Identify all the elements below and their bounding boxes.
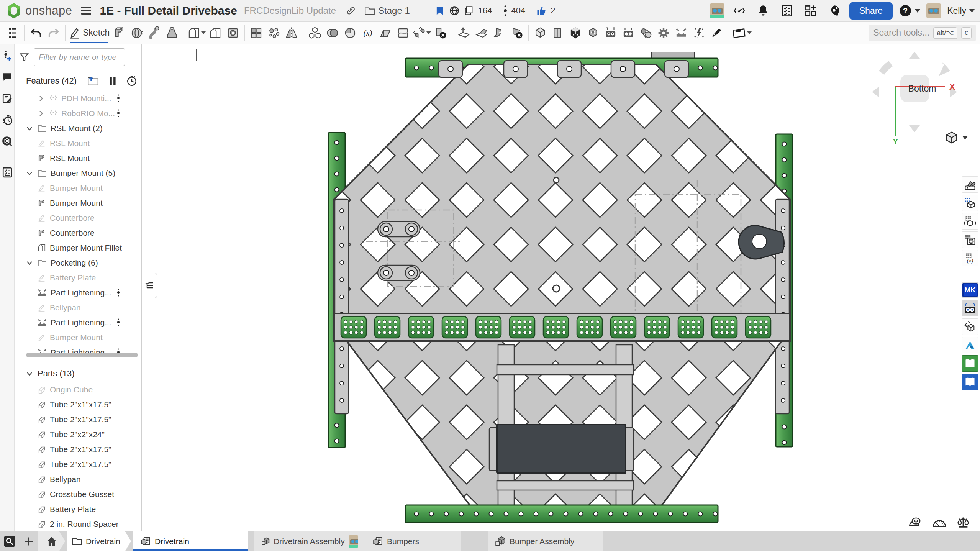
- rollback-clock-icon[interactable]: [126, 75, 137, 86]
- feature-row[interactable]: Counterbore: [15, 210, 142, 225]
- appearance-icon[interactable]: [962, 176, 978, 193]
- washer-table-icon[interactable]: [962, 231, 978, 248]
- robot-app-icon[interactable]: [962, 300, 978, 316]
- bottom-rail-tube[interactable]: [405, 505, 718, 523]
- new-folder-icon[interactable]: [87, 76, 99, 86]
- config-dots-icon[interactable]: [116, 318, 120, 327]
- parts-header[interactable]: Parts (13): [15, 367, 142, 380]
- green-docs-icon[interactable]: [962, 355, 978, 372]
- version-dots-icon[interactable]: [503, 5, 508, 16]
- protractor-icon[interactable]: [932, 516, 946, 528]
- find-tab-icon[interactable]: [0, 531, 19, 551]
- marker-icon[interactable]: [708, 24, 725, 42]
- tube-mount-icon[interactable]: [672, 24, 690, 42]
- top-gusset[interactable]: [439, 61, 462, 77]
- model-viewport[interactable]: X Y Bottom (x) MK: [142, 44, 980, 531]
- feature-row[interactable]: Bumper Mount: [15, 195, 142, 210]
- composite-part-icon[interactable]: [306, 24, 324, 42]
- feature-row[interactable]: RoboRIO Mo...: [15, 106, 142, 121]
- features-scrollbar[interactable]: [26, 353, 138, 357]
- feature-row[interactable]: RSL Mount: [15, 151, 142, 166]
- chevron-right-icon[interactable]: [38, 95, 44, 102]
- robot-feature-2-icon[interactable]: [619, 24, 637, 42]
- mirror-icon[interactable]: [283, 24, 300, 42]
- document-notes-icon[interactable]: [1, 92, 13, 105]
- feature-row[interactable]: Bellypan: [15, 300, 142, 315]
- sweep-icon[interactable]: [146, 24, 163, 42]
- part-row[interactable]: Tube 2"x1"x17.5": [15, 412, 142, 427]
- tasks-checklist-icon[interactable]: [778, 2, 796, 20]
- suppressed-dots-icon[interactable]: [116, 109, 120, 118]
- new-tab-button[interactable]: [19, 531, 38, 551]
- part-row[interactable]: Bellypan: [15, 472, 142, 487]
- feature-row[interactable]: RSL Mount: [15, 136, 142, 151]
- split-icon[interactable]: [394, 24, 412, 42]
- user-avatar[interactable]: [926, 3, 941, 18]
- crosstube-band[interactable]: [334, 313, 790, 341]
- breadcrumb-tab-drivetrain[interactable]: Drivetrain: [67, 531, 131, 551]
- feature-row[interactable]: PDH Mounti...: [15, 91, 142, 106]
- tab-drivetrain-assembly[interactable]: Drivetrain Assembly: [254, 531, 365, 551]
- feature-row[interactable]: Counterbore: [15, 225, 142, 240]
- filter-input[interactable]: [34, 48, 125, 66]
- top-gusset[interactable]: [557, 61, 581, 77]
- insert-version-icon[interactable]: [1, 49, 13, 62]
- primitive-cube-icon[interactable]: [531, 24, 549, 42]
- view-options-button[interactable]: [945, 131, 968, 144]
- feature-row[interactable]: Part Lightening...: [15, 285, 142, 300]
- delete-part-icon[interactable]: [432, 24, 449, 42]
- nametag-button[interactable]: [731, 24, 752, 42]
- sheet-metal-corner-icon[interactable]: [508, 24, 526, 42]
- view-cube[interactable]: X Y Bottom: [867, 49, 962, 145]
- config-dots-icon[interactable]: [116, 288, 120, 297]
- filter-icon[interactable]: [19, 52, 29, 62]
- collaborator-avatar[interactable]: [710, 3, 724, 18]
- export-cube-icon[interactable]: [962, 318, 978, 335]
- top-gusset[interactable]: [504, 61, 528, 77]
- featurescript-icon[interactable]: [731, 2, 748, 20]
- bookmark-icon[interactable]: [434, 5, 445, 16]
- folder-row[interactable]: RSL Mount (2): [15, 121, 142, 136]
- battery[interactable]: [489, 425, 634, 473]
- alt-app-icon[interactable]: [962, 337, 978, 353]
- blue-docs-icon[interactable]: [962, 374, 978, 390]
- top-gusset[interactable]: [611, 61, 635, 77]
- variables-table-icon[interactable]: (x): [962, 250, 978, 266]
- chevron-down-icon[interactable]: [26, 370, 33, 377]
- part-row[interactable]: 2 in. Round Spacer: [15, 517, 142, 531]
- transform-button[interactable]: [412, 24, 432, 42]
- linear-pattern-icon[interactable]: [247, 24, 265, 42]
- plane-icon[interactable]: [377, 24, 394, 42]
- center-hole[interactable]: [554, 177, 559, 183]
- help-menu[interactable]: ?: [899, 4, 920, 17]
- copies-icon[interactable]: [464, 5, 474, 16]
- section-icon[interactable]: [341, 24, 359, 42]
- loft-icon[interactable]: [163, 24, 181, 42]
- fillet-button[interactable]: [187, 24, 206, 42]
- workspace-chip[interactable]: Stage 1: [346, 5, 410, 16]
- left-flange[interactable]: [335, 199, 349, 414]
- tab-bumper-assembly[interactable]: Bumper Assembly: [488, 531, 603, 551]
- sheet-metal-model-icon[interactable]: [455, 24, 473, 42]
- folder-row[interactable]: Bumper Mount (5): [15, 166, 142, 180]
- chevron-down-icon[interactable]: [26, 125, 33, 132]
- extrude-icon[interactable]: [110, 24, 128, 42]
- part-row[interactable]: Tube 2"x1"x17.5": [15, 397, 142, 412]
- transform-dropdown-icon[interactable]: [426, 31, 431, 34]
- feature-row[interactable]: Part Lightening...: [15, 345, 142, 360]
- part-row[interactable]: Tube 2"x1"x17.5": [15, 457, 142, 472]
- circular-pattern-icon[interactable]: [265, 24, 283, 42]
- learning-center-icon[interactable]: [826, 2, 843, 20]
- belt-calculator-icon[interactable]: [637, 24, 655, 42]
- feature-row[interactable]: Battery Plate: [15, 270, 142, 285]
- boolean-icon[interactable]: [324, 24, 341, 42]
- gear-generator-icon[interactable]: [655, 24, 672, 42]
- model-history-icon[interactable]: [4, 24, 21, 42]
- chamfer-icon[interactable]: [206, 24, 224, 42]
- suppress-pause-icon[interactable]: [109, 76, 116, 86]
- top-gusset[interactable]: [665, 61, 688, 77]
- part-row[interactable]: Origin Cube: [15, 382, 142, 397]
- sketch-button[interactable]: Sketch: [68, 24, 110, 42]
- feature-row[interactable]: Part Lightening...: [15, 315, 142, 330]
- chevron-down-icon[interactable]: [26, 170, 33, 177]
